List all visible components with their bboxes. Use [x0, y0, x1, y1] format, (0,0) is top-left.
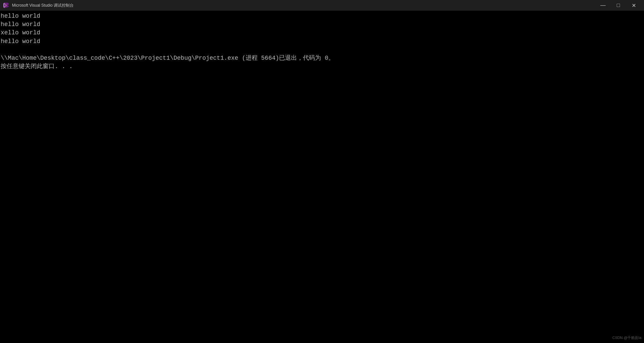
watermark: CSDN @千脆面la [612, 335, 641, 340]
console-line: \\Mac\Home\Desktop\class_code\C++\2023\P… [1, 54, 643, 62]
console-line: 按任意键关闭此窗口. . . [1, 62, 643, 71]
close-button[interactable]: ✕ [626, 0, 641, 11]
titlebar: Microsoft Visual Studio 调试控制台 — □ ✕ [0, 0, 644, 11]
console-line: hello world [1, 20, 643, 29]
console-line: hello world [1, 12, 643, 20]
app-window: Microsoft Visual Studio 调试控制台 — □ ✕ hell… [0, 0, 644, 343]
console-output: hello worldhello worldxello worldhello w… [0, 11, 644, 343]
console-line: xello world [1, 29, 643, 37]
window-controls: — □ ✕ [595, 0, 641, 11]
minimize-button[interactable]: — [595, 0, 611, 11]
console-line [1, 46, 643, 54]
maximize-button[interactable]: □ [611, 0, 626, 11]
app-icon [3, 2, 9, 9]
window-title: Microsoft Visual Studio 调试控制台 [12, 3, 595, 8]
console-line: hello world [1, 37, 643, 46]
